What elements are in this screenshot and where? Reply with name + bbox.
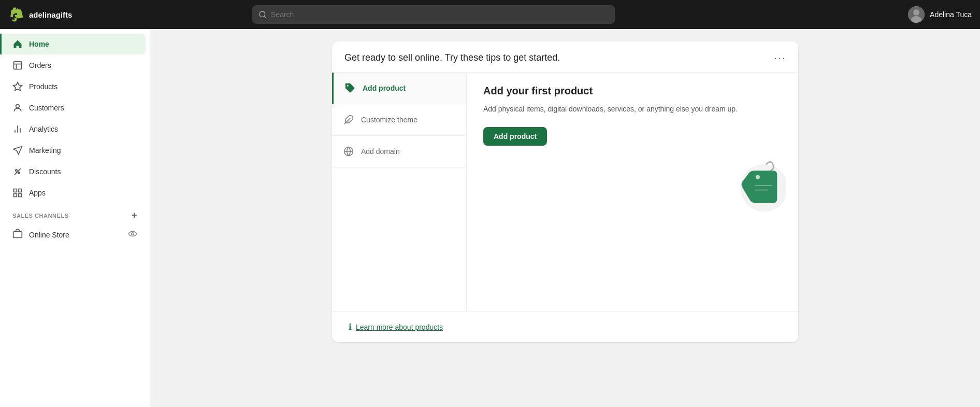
svg-line-1	[264, 16, 266, 18]
sales-channels-label: SALES CHANNELS	[12, 213, 69, 219]
svg-rect-5	[14, 62, 22, 69]
online-store-icon	[12, 229, 23, 241]
step-customize-theme[interactable]: Customize theme	[332, 104, 466, 136]
svg-point-22	[132, 232, 134, 235]
sidebar-label-analytics: Analytics	[29, 125, 58, 133]
svg-rect-16	[14, 189, 17, 192]
sidebar-label-home: Home	[29, 40, 49, 48]
sidebar-item-home[interactable]: Home	[0, 34, 146, 54]
step-customize-theme-label: Customize theme	[361, 116, 417, 124]
sidebar-item-customers[interactable]: Customers	[4, 97, 146, 118]
step-add-domain[interactable]: Add domain	[332, 136, 466, 167]
analytics-icon	[12, 124, 23, 134]
svg-rect-18	[14, 194, 17, 197]
sidebar-item-online-store[interactable]: Online Store	[4, 223, 146, 246]
getting-started-card: Get ready to sell online. Try these tips…	[332, 41, 798, 342]
add-product-button[interactable]: Add product	[483, 127, 547, 146]
search-input[interactable]	[271, 10, 609, 19]
steps-nav: Add product Customize theme Add domain	[332, 73, 467, 311]
svg-point-23	[347, 85, 349, 87]
svg-rect-17	[19, 189, 22, 192]
step-add-domain-label: Add domain	[361, 147, 400, 156]
products-icon	[12, 81, 23, 92]
online-store-label: Online Store	[29, 231, 69, 239]
apps-icon	[12, 188, 23, 198]
svg-point-14	[18, 172, 20, 174]
topbar: adelinagifts Adelina Tuca	[0, 0, 980, 29]
sidebar-item-orders[interactable]: Orders	[4, 55, 146, 76]
sales-channels-section: SALES CHANNELS +	[0, 204, 150, 223]
svg-point-0	[260, 11, 265, 17]
svg-point-3	[913, 9, 919, 16]
tag-illustration	[734, 158, 786, 215]
brush-icon	[342, 114, 355, 126]
sidebar-item-discounts[interactable]: Discounts	[4, 161, 146, 182]
sidebar-item-apps[interactable]: Apps	[4, 183, 146, 203]
learn-more-link[interactable]: Learn more about products	[356, 323, 443, 331]
marketing-icon	[12, 145, 23, 156]
svg-point-21	[129, 231, 137, 236]
sidebar-label-apps: Apps	[29, 189, 46, 197]
svg-point-13	[16, 170, 17, 171]
avatar[interactable]	[908, 6, 925, 23]
customers-icon	[12, 103, 23, 113]
svg-point-9	[16, 104, 20, 108]
sidebar-label-orders: Orders	[29, 61, 51, 69]
svg-marker-8	[13, 82, 22, 91]
search-icon	[258, 10, 267, 19]
store-logo-area[interactable]: adelinagifts	[8, 6, 102, 23]
sidebar: Home Orders Products Customers Analytics	[0, 29, 150, 407]
home-icon	[12, 39, 23, 49]
sidebar-item-products[interactable]: Products	[4, 76, 146, 97]
svg-rect-20	[13, 232, 22, 238]
learn-more-row: ℹ Learn more about products	[332, 311, 798, 342]
online-store-left: Online Store	[12, 229, 69, 241]
store-name: adelinagifts	[29, 10, 72, 19]
discounts-icon	[12, 166, 23, 177]
sidebar-item-marketing[interactable]: Marketing	[4, 140, 146, 161]
user-name: Adelina Tuca	[930, 10, 972, 19]
avatar-image	[908, 6, 925, 23]
steps-container: Add product Customize theme Add domain	[332, 73, 798, 311]
search-bar[interactable]	[252, 5, 615, 24]
info-icon: ℹ	[349, 322, 352, 332]
card-title: Get ready to sell online. Try these tips…	[344, 52, 560, 63]
step-content-area: Add your first product Add physical item…	[467, 73, 798, 311]
main-content: Get ready to sell online. Try these tips…	[150, 29, 980, 407]
sidebar-label-customers: Customers	[29, 104, 64, 112]
sidebar-label-discounts: Discounts	[29, 167, 61, 176]
shopify-logo-icon	[8, 6, 25, 23]
more-options-button[interactable]: ···	[774, 52, 786, 64]
eye-icon[interactable]	[128, 229, 137, 241]
sidebar-item-analytics[interactable]: Analytics	[4, 119, 146, 139]
globe-icon	[342, 145, 355, 158]
svg-rect-19	[19, 194, 22, 197]
step-content-description: Add physical items, digital downloads, s…	[483, 103, 782, 115]
product-tag-svg	[734, 158, 786, 218]
orders-icon	[12, 60, 23, 71]
svg-point-29	[756, 175, 760, 179]
sidebar-label-marketing: Marketing	[29, 146, 61, 155]
step-content-title: Add your first product	[483, 85, 782, 97]
topbar-right: Adelina Tuca	[908, 6, 972, 23]
step-add-product[interactable]: Add product	[332, 73, 466, 104]
tag-icon	[344, 82, 356, 94]
card-header: Get ready to sell online. Try these tips…	[332, 41, 798, 73]
layout: Home Orders Products Customers Analytics	[0, 29, 980, 407]
add-sales-channel-button[interactable]: +	[132, 210, 137, 221]
step-add-product-label: Add product	[363, 84, 406, 92]
sidebar-label-products: Products	[29, 82, 57, 91]
